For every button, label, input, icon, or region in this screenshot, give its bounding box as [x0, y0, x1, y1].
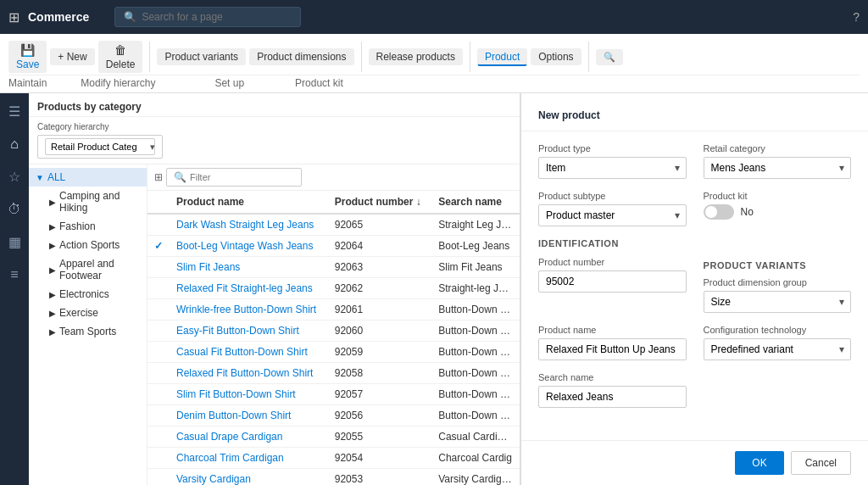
release-products-button[interactable]: Release products — [369, 48, 463, 65]
row-product-number: 92053 — [328, 469, 431, 486]
row-search-name: Slim Fit Jeans — [431, 257, 520, 278]
new-button[interactable]: + New — [50, 48, 94, 65]
col-search-name[interactable]: Search name — [431, 191, 520, 214]
table-row[interactable]: Slim Fit Button-Down Shirt 92057 Button-… — [147, 384, 520, 405]
cancel-button[interactable]: Cancel — [791, 451, 851, 475]
table-row[interactable]: Denim Button-Down Shirt 92056 Button-Dow… — [147, 405, 520, 426]
search-input[interactable] — [142, 11, 292, 23]
product-tab-button[interactable]: Product — [477, 48, 527, 66]
row-product-name[interactable]: Charcoal Trim Cardigan — [170, 448, 328, 469]
row-search-name: Button-Down Shi — [431, 363, 520, 384]
row-product-number: 92054 — [328, 448, 431, 469]
category-select[interactable]: Retail Product Category — [45, 138, 155, 155]
search-name-label: Search name — [538, 372, 687, 382]
row-product-name[interactable]: Relaxed Fit Straight-leg Jeans — [170, 278, 328, 299]
row-check — [147, 426, 170, 448]
table-row[interactable]: Relaxed Fit Straight-leg Jeans 92062 Str… — [147, 278, 520, 299]
row-check — [147, 214, 170, 236]
search-name-input[interactable] — [538, 386, 687, 408]
tree-item-team-sports[interactable]: ▶ Team Sports — [29, 322, 147, 341]
tree-item-action-sports[interactable]: ▶ Action Sports — [29, 236, 147, 254]
star-icon[interactable]: ☆ — [5, 165, 24, 188]
row-product-name[interactable]: Denim Button-Down Shirt — [170, 405, 328, 426]
row-product-name[interactable]: Slim Fit Jeans — [170, 257, 328, 278]
left-sidebar: ☰ ⌂ ☆ ⏱ ▦ ≡ — [0, 93, 29, 485]
table-row[interactable]: Casual Drape Cardigan 92055 Casual Cardi… — [147, 426, 520, 448]
table-row[interactable]: Slim Fit Jeans 92063 Slim Fit Jeans — [147, 257, 520, 278]
delete-button[interactable]: 🗑 Delete — [98, 41, 143, 73]
product-number-input[interactable] — [538, 270, 687, 293]
row-check — [147, 405, 170, 426]
retail-category-select[interactable]: Mens Jeans — [704, 157, 852, 179]
row-product-name[interactable]: Relaxed Fit Button-Down Shirt — [170, 363, 328, 384]
form-row-subtype: Product subtype Product master Product k… — [538, 191, 851, 226]
product-kit-toggle[interactable] — [704, 204, 734, 220]
row-search-name: Button-Down Shi — [431, 321, 520, 342]
category-dropdown[interactable]: Retail Product Category — [37, 135, 163, 159]
row-product-name[interactable]: Slim Fit Button-Down Shirt — [170, 384, 328, 405]
search-name-group: Search name — [538, 372, 687, 408]
table-row[interactable]: Relaxed Fit Button-Down Shirt 92058 Butt… — [147, 363, 520, 384]
table-row[interactable]: ✓ Boot-Leg Vintage Wash Jeans 92064 Boot… — [147, 236, 520, 257]
table-row[interactable]: Easy-Fit Button-Down Shirt 92060 Button-… — [147, 321, 520, 342]
help-icon[interactable]: ? — [853, 10, 860, 24]
row-check — [147, 384, 170, 405]
tree-item-apparel[interactable]: ▶ Apparel and Footwear — [29, 254, 147, 285]
ribbon-productkit-label: Product kit — [295, 77, 343, 89]
tree-item-fashion[interactable]: ▶ Fashion — [29, 217, 147, 236]
global-search[interactable]: 🔍 — [114, 7, 301, 27]
row-product-name[interactable]: Casual Fit Button-Down Shirt — [170, 342, 328, 363]
product-kit-label: Product kit — [704, 191, 852, 201]
tree-item-camping[interactable]: ▶ Camping and Hiking — [29, 187, 147, 217]
row-check — [147, 257, 170, 278]
row-product-name[interactable]: Casual Drape Cardigan — [170, 426, 328, 448]
form-row-type: Product type Item Retail category Mens J… — [538, 143, 851, 179]
product-type-select[interactable]: Item — [538, 157, 687, 179]
clock-icon[interactable]: ⏱ — [4, 198, 25, 220]
product-type-group: Product type Item — [538, 143, 687, 179]
filter-input[interactable]: 🔍 — [166, 168, 302, 187]
options-button[interactable]: Options — [531, 48, 581, 65]
table-row[interactable]: Wrinkle-free Button-Down Shirt 92061 But… — [147, 299, 520, 321]
table-row[interactable]: Charcoal Trim Cardigan 92054 Charcoal Ca… — [147, 448, 520, 469]
row-product-number: 92063 — [328, 257, 431, 278]
list-icon[interactable]: ≡ — [7, 264, 21, 286]
tree-arrow: ▶ — [49, 290, 56, 299]
tree-item-exercise[interactable]: ▶ Exercise — [29, 304, 147, 322]
tree-item-electronics[interactable]: ▶ Electronics — [29, 285, 147, 304]
config-technology-select[interactable]: Predefined variant — [704, 338, 852, 360]
menu-icon[interactable]: ☰ — [5, 100, 24, 123]
row-product-name[interactable]: Varsity Cardigan — [170, 469, 328, 486]
row-product-number: 92061 — [328, 299, 431, 321]
dimension-group-select[interactable]: Size — [704, 291, 852, 313]
ok-button[interactable]: OK — [735, 451, 783, 475]
product-subtype-select[interactable]: Product master — [538, 204, 687, 226]
save-button[interactable]: 💾 Save — [8, 41, 47, 73]
product-variants-button[interactable]: Product variants — [157, 48, 246, 65]
grid-icon[interactable]: ⊞ — [8, 9, 19, 25]
row-product-name[interactable]: Easy-Fit Button-Down Shirt — [170, 321, 328, 342]
grid-small-icon[interactable]: ▦ — [5, 231, 25, 254]
row-product-name[interactable]: Dark Wash Straight Leg Jeans — [170, 214, 328, 236]
filter-field[interactable] — [190, 172, 294, 182]
home-icon[interactable]: ⌂ — [7, 133, 22, 155]
table-row[interactable]: Varsity Cardigan 92053 Varsity Cardigan — [147, 469, 520, 486]
placeholder-group — [704, 372, 852, 408]
table-row[interactable]: Casual Fit Button-Down Shirt 92059 Butto… — [147, 342, 520, 363]
tree-item-all[interactable]: ▼ ALL — [29, 168, 147, 187]
product-name-input[interactable] — [538, 338, 687, 360]
col-product-name[interactable]: Product name — [170, 191, 328, 214]
row-product-name[interactable]: Boot-Leg Vintage Wash Jeans — [170, 236, 328, 257]
search-ribbon-button[interactable]: 🔍 — [596, 49, 623, 65]
products-panel: Products by category Category hierarchy … — [29, 93, 520, 485]
product-dimensions-button[interactable]: Product dimensions — [249, 48, 353, 65]
arrow-icon: ▼ — [36, 173, 44, 182]
row-check — [147, 342, 170, 363]
tree-arrow: ▶ — [49, 241, 56, 250]
row-check — [147, 321, 170, 342]
products-body: ▼ ALL ▶ Camping and Hiking ▶ Fashion ▶ A… — [29, 164, 520, 485]
row-product-name[interactable]: Wrinkle-free Button-Down Shirt — [170, 299, 328, 321]
dimension-group-label: Product dimension group — [704, 277, 852, 287]
col-product-number[interactable]: Product number ↓ — [328, 191, 431, 214]
table-row[interactable]: Dark Wash Straight Leg Jeans 92065 Strai… — [147, 214, 520, 236]
